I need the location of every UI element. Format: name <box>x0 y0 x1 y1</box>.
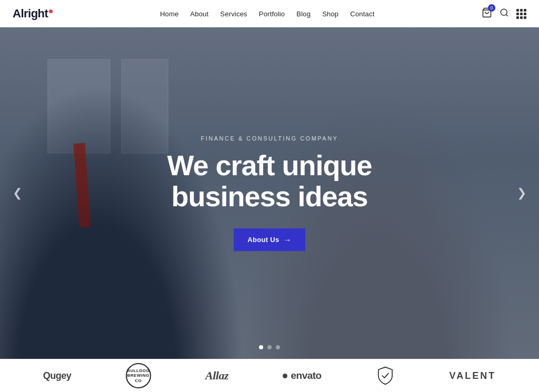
slider-dot-1[interactable] <box>259 345 263 349</box>
nav-blog[interactable]: Blog <box>296 10 311 18</box>
hero-title-line2: business ideas <box>171 181 367 213</box>
nav-home[interactable]: Home <box>160 10 178 18</box>
nav-portfolio[interactable]: Portfolio <box>259 10 285 18</box>
logo-text: Alright <box>13 7 48 21</box>
brand-bulldog: BULLDOGBREWINGCO <box>126 363 151 388</box>
hero-title-line1: We craft unique <box>167 149 372 181</box>
slider-next-button[interactable]: ❯ <box>513 182 531 204</box>
slider-prev-button[interactable]: ❮ <box>8 182 26 204</box>
search-icon[interactable] <box>500 8 509 19</box>
hero-title: We craft unique business ideas <box>138 150 401 213</box>
header-actions: 0 <box>482 7 526 20</box>
svg-point-1 <box>501 9 507 15</box>
hero-section: ❮ ❯ Finance & Consulting Company We craf… <box>0 27 539 359</box>
grid-menu-icon[interactable] <box>516 9 526 19</box>
brand-allaz: Allaz <box>205 369 228 383</box>
site-header: Alright Home About Services Portfolio Bl… <box>0 0 539 27</box>
cart-icon[interactable]: 0 <box>482 7 492 20</box>
main-nav: Home About Services Portfolio Blog Shop … <box>160 10 375 18</box>
nav-services[interactable]: Services <box>220 10 247 18</box>
svg-line-2 <box>506 14 507 16</box>
hero-cta-label: About Us <box>247 236 279 244</box>
brands-bar: Qugey BULLDOGBREWINGCO Allaz envato VALE… <box>0 359 539 392</box>
slider-dots <box>259 345 280 349</box>
brand-envato: envato <box>283 370 321 381</box>
hero-cta-arrow: → <box>283 235 291 244</box>
header-separator <box>0 27 539 27</box>
hero-cta-button[interactable]: About Us → <box>234 228 305 251</box>
hero-subtitle: Finance & Consulting Company <box>138 135 401 142</box>
brand-qugey: Qugey <box>43 370 72 381</box>
cart-badge: 0 <box>488 4 495 12</box>
hero-content: Finance & Consulting Company We craft un… <box>138 135 401 251</box>
logo-dot <box>49 9 53 13</box>
brand-shield <box>376 366 395 385</box>
slider-dot-2[interactable] <box>267 345 272 349</box>
brand-valent: VALENT <box>450 370 496 381</box>
nav-shop[interactable]: Shop <box>322 10 338 18</box>
envato-dot <box>283 374 287 378</box>
nav-contact[interactable]: Contact <box>350 10 374 18</box>
site-logo[interactable]: Alright <box>13 7 53 21</box>
nav-about[interactable]: About <box>190 10 208 18</box>
slider-dot-3[interactable] <box>276 345 280 349</box>
